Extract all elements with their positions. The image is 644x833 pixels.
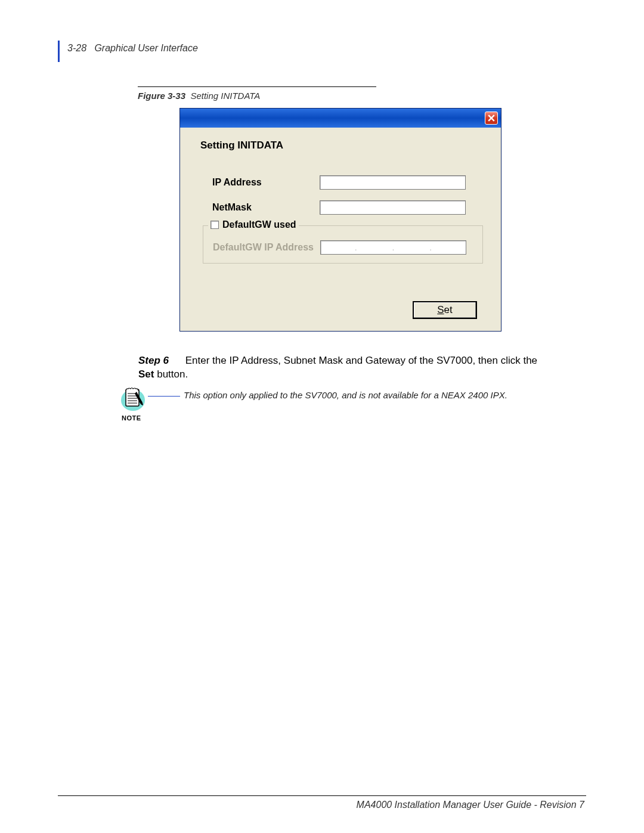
ip-address-input[interactable]	[320, 175, 466, 190]
netmask-input[interactable]	[320, 200, 466, 215]
svg-rect-3	[126, 389, 139, 406]
step-text-part1: Enter the IP Address, Subnet Mask and Ga…	[185, 355, 537, 366]
note-text: This option only applied to the SV7000, …	[184, 390, 541, 400]
footer-text: MA4000 Installation Manager User Guide -…	[357, 800, 584, 810]
defaultgw-ip-label: DefaultGW IP Address	[213, 242, 320, 253]
defaultgw-checkbox-label: DefaultGW used	[222, 219, 296, 230]
step-text: Enter the IP Address, Subnet Mask and Ga…	[138, 355, 537, 380]
step-text-part2: button.	[154, 368, 188, 380]
set-button[interactable]: Set	[413, 301, 477, 319]
netmask-row: NetMask	[212, 200, 483, 215]
note-label: NOTE	[122, 414, 141, 422]
dialog-titlebar[interactable]	[180, 109, 501, 128]
note-connector-line	[148, 396, 180, 397]
figure-caption: Figure 3-33 Setting INITDATA	[138, 91, 260, 101]
defaultgw-fieldset: DefaultGW used DefaultGW IP Address . . …	[203, 225, 483, 264]
page-number: 3-28	[67, 43, 86, 53]
section-title: Graphical User Interface	[94, 43, 197, 53]
dialog-body: Setting INITDATA IP Address NetMask Defa…	[180, 128, 501, 331]
defaultgw-ip-input[interactable]: . . .	[320, 240, 466, 255]
page-header: 3-28 Graphical User Interface	[67, 43, 198, 54]
step-6-block: Step 6 Enter the IP Address, Subnet Mask…	[138, 354, 544, 382]
note-icon-wrap	[120, 385, 146, 414]
defaultgw-checkbox[interactable]	[210, 221, 219, 229]
footer-rule	[58, 795, 586, 796]
ip-address-label: IP Address	[212, 177, 320, 188]
figure-label: Figure 3-33	[138, 91, 185, 101]
initdata-dialog: Setting INITDATA IP Address NetMask Defa…	[179, 108, 501, 332]
header-accent-rule	[58, 41, 60, 62]
set-button-mnemonic: S	[437, 304, 444, 316]
step-text-bold: Set	[138, 368, 154, 380]
figure-top-rule	[138, 86, 376, 87]
defaultgw-legend: DefaultGW used	[208, 219, 299, 230]
close-icon	[488, 114, 495, 122]
defaultgw-ip-row: DefaultGW IP Address . . .	[213, 240, 473, 255]
netmask-label: NetMask	[212, 202, 320, 213]
close-button[interactable]	[485, 112, 498, 125]
set-button-rest: et	[444, 304, 453, 316]
dialog-heading: Setting INITDATA	[200, 140, 483, 151]
figure-title: Setting INITDATA	[190, 91, 260, 101]
ip-address-row: IP Address	[212, 175, 483, 190]
notepad-icon	[120, 385, 146, 414]
step-label: Step 6	[138, 354, 182, 368]
